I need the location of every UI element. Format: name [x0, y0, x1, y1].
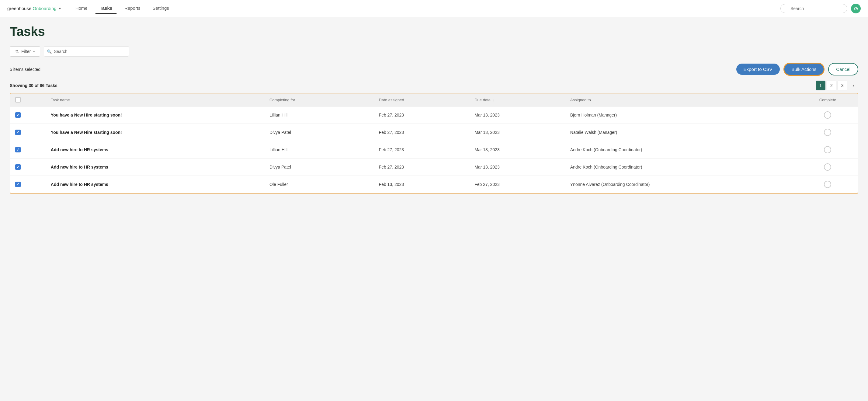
row5-assigned-to: Ynonne Alvarez (Onboarding Coordinator) — [570, 182, 650, 187]
col-label-date-assigned: Date assigned — [379, 98, 404, 102]
cancel-button[interactable]: Cancel — [828, 63, 858, 75]
col-label-task-name: Task name — [51, 98, 70, 102]
col-label-assigned-to: Assigned to — [570, 98, 591, 102]
row2-complete-cell — [798, 124, 858, 141]
nav-link-reports[interactable]: Reports — [120, 3, 145, 14]
table-body: You have a New Hire starting soon! Lilli… — [10, 106, 858, 193]
row3-due-date-cell: Mar 13, 2023 — [470, 141, 565, 158]
row3-date-assigned-cell: Feb 27, 2023 — [374, 141, 470, 158]
row2-task-name: You have a New Hire starting soon! — [51, 130, 122, 135]
row3-due-date: Mar 13, 2023 — [474, 147, 500, 152]
selection-bar: 5 items selected Export to CSV Bulk Acti… — [10, 63, 858, 76]
row2-due-date-cell: Mar 13, 2023 — [470, 124, 565, 141]
nav-bar: greenhouse Onboarding ▾ Home Tasks Repor… — [0, 0, 868, 17]
row2-due-date: Mar 13, 2023 — [474, 130, 500, 135]
row5-assigned-to-cell: Ynonne Alvarez (Onboarding Coordinator) — [565, 176, 798, 193]
row2-assigned-to-cell: Natalie Walsh (Manager) — [565, 124, 798, 141]
nav-link-settings[interactable]: Settings — [148, 3, 174, 14]
col-header-complete: Complete — [798, 93, 858, 106]
row2-complete-circle[interactable] — [824, 129, 831, 136]
table-header-row: Task name Completing for Date assigned D… — [10, 93, 858, 106]
row5-task-name: Add new hire to HR systems — [51, 182, 108, 187]
select-all-checkbox[interactable] — [15, 97, 21, 102]
page-title: Tasks — [10, 24, 858, 39]
row1-complete-circle[interactable] — [824, 111, 831, 119]
row1-check-cell — [10, 106, 46, 124]
export-csv-button[interactable]: Export to CSV — [736, 64, 780, 75]
row3-complete-cell — [798, 141, 858, 158]
row4-completing-for-cell: Divya Patel — [265, 158, 374, 176]
table-row: Add new hire to HR systems Lillian Hill … — [10, 141, 858, 158]
row4-due-date: Mar 13, 2023 — [474, 164, 500, 169]
row5-completing-for-cell: Ole Fuller — [265, 176, 374, 193]
row1-completing-for-cell: Lillian Hill — [265, 106, 374, 124]
bulk-actions-button[interactable]: Bulk Actions — [783, 63, 825, 76]
row4-assigned-to: Andre Koch (Onboarding Coordinator) — [570, 164, 642, 169]
row4-task-name-cell: Add new hire to HR systems — [46, 158, 265, 176]
nav-search-input[interactable] — [780, 4, 847, 13]
row3-assigned-to-cell: Andre Koch (Onboarding Coordinator) — [565, 141, 798, 158]
row1-due-date-cell: Mar 13, 2023 — [470, 106, 565, 124]
nav-link-home[interactable]: Home — [70, 3, 92, 14]
showing-bar: Showing 30 of 86 Tasks 1 2 3 › — [10, 81, 858, 90]
nav-right: 🔍 YA — [780, 4, 861, 13]
row1-task-name: You have a New Hire starting soon! — [51, 113, 122, 118]
page-1-button[interactable]: 1 — [816, 81, 826, 90]
row5-check-cell — [10, 176, 46, 193]
row5-complete-circle[interactable] — [824, 181, 831, 188]
row1-task-name-cell: You have a New Hire starting soon! — [46, 106, 265, 124]
col-header-completing-for: Completing for — [265, 93, 374, 106]
nav-logo-onboarding: Onboarding — [33, 6, 56, 11]
row5-task-name-cell: Add new hire to HR systems — [46, 176, 265, 193]
page-2-button[interactable]: 2 — [827, 81, 836, 90]
row3-complete-circle[interactable] — [824, 146, 831, 153]
row3-date-assigned: Feb 27, 2023 — [379, 147, 404, 152]
row5-due-date: Feb 27, 2023 — [474, 182, 500, 187]
row2-task-name-cell: You have a New Hire starting soon! — [46, 124, 265, 141]
nav-logo[interactable]: greenhouse Onboarding ▾ — [7, 6, 61, 11]
row4-due-date-cell: Mar 13, 2023 — [470, 158, 565, 176]
table-row: You have a New Hire starting soon! Divya… — [10, 124, 858, 141]
row3-checkbox[interactable] — [15, 147, 21, 152]
row3-completing-for-cell: Lillian Hill — [265, 141, 374, 158]
tasks-table-wrap: Task name Completing for Date assigned D… — [10, 93, 858, 193]
row2-completing-for-cell: Divya Patel — [265, 124, 374, 141]
nav-link-tasks[interactable]: Tasks — [95, 3, 117, 14]
row3-task-name: Add new hire to HR systems — [51, 147, 108, 152]
search-field-icon: 🔍 — [47, 49, 52, 54]
search-field-wrap: 🔍 — [44, 46, 129, 57]
row1-date-assigned: Feb 27, 2023 — [379, 113, 404, 118]
row2-date-assigned-cell: Feb 27, 2023 — [374, 124, 470, 141]
row2-date-assigned: Feb 27, 2023 — [379, 130, 404, 135]
row1-checkbox[interactable] — [15, 112, 21, 118]
row4-complete-cell — [798, 158, 858, 176]
row2-completing-for: Divya Patel — [270, 130, 291, 135]
tasks-table: Task name Completing for Date assigned D… — [10, 93, 858, 193]
row4-date-assigned-cell: Feb 27, 2023 — [374, 158, 470, 176]
row2-checkbox[interactable] — [15, 130, 21, 135]
row4-checkbox[interactable] — [15, 164, 21, 170]
row1-due-date: Mar 13, 2023 — [474, 113, 500, 118]
col-label-completing-for: Completing for — [270, 98, 295, 102]
due-date-sort-icon[interactable]: ↓ — [493, 98, 495, 102]
row1-completing-for: Lillian Hill — [270, 113, 287, 118]
page-3-button[interactable]: 3 — [838, 81, 847, 90]
nav-links: Home Tasks Reports Settings — [70, 3, 780, 14]
filter-button[interactable]: ⚗ Filter ▾ — [10, 46, 40, 57]
row3-task-name-cell: Add new hire to HR systems — [46, 141, 265, 158]
search-field-input[interactable] — [44, 46, 129, 57]
avatar[interactable]: YA — [851, 4, 861, 13]
row2-check-cell — [10, 124, 46, 141]
row3-assigned-to: Andre Koch (Onboarding Coordinator) — [570, 147, 642, 152]
row4-task-name: Add new hire to HR systems — [51, 164, 108, 169]
row5-checkbox[interactable] — [15, 182, 21, 187]
col-label-due-date: Due date — [474, 98, 491, 102]
next-page-button[interactable]: › — [848, 81, 858, 90]
nav-search-wrap: 🔍 — [780, 4, 847, 13]
toolbar: ⚗ Filter ▾ 🔍 — [10, 46, 858, 57]
col-header-date-assigned: Date assigned — [374, 93, 470, 106]
col-label-complete: Complete — [819, 98, 836, 102]
table-row: Add new hire to HR systems Divya Patel F… — [10, 158, 858, 176]
row4-complete-circle[interactable] — [824, 163, 831, 171]
row4-check-cell — [10, 158, 46, 176]
